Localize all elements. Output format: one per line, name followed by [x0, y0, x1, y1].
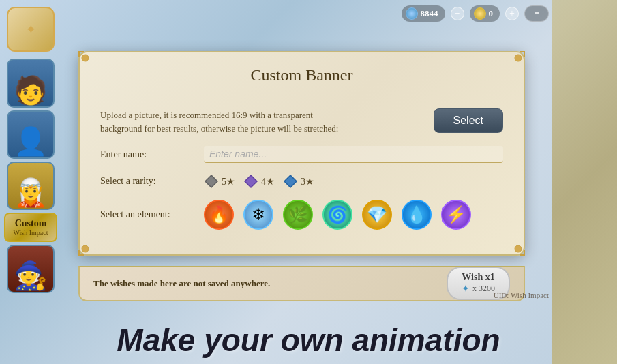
upload-row: Upload a picture, it is recommended 16:9… — [100, 108, 503, 135]
char1-silhouette: 🧑 — [8, 60, 53, 106]
sidebar-top-icon: ✦ — [7, 7, 55, 52]
char4-silhouette: 🧙 — [8, 246, 53, 292]
sidebar-item-char2[interactable]: 👤 — [7, 110, 55, 159]
svg-point-1 — [515, 55, 522, 61]
svg-point-0 — [82, 55, 89, 61]
name-input[interactable] — [204, 146, 503, 163]
rarity-5star[interactable]: 5★ — [204, 174, 235, 189]
more-button[interactable]: ··· — [524, 5, 549, 22]
name-label: Enter name: — [100, 149, 196, 160]
rarity-3star[interactable]: 3★ — [283, 174, 314, 189]
element-dendro[interactable]: 🌿 — [283, 200, 313, 230]
corner-tl — [77, 50, 93, 66]
corner-bl — [77, 241, 93, 257]
svg-marker-5 — [245, 175, 257, 187]
dialog-divider — [100, 97, 503, 97]
element-options: 🔥 ❄ 🌿 🌀 💎 💧 ⚡ — [204, 200, 471, 230]
wish-label: Wish x1 — [462, 272, 495, 283]
sidebar-item-char4[interactable]: 🧙 — [7, 245, 55, 293]
custom-banner-dialog: Custom Banner Upload a picture, it is re… — [78, 51, 525, 256]
dialog-bottom-bar: The wishes made here are not saved anywh… — [78, 266, 525, 301]
char3-silhouette: 🧝 — [8, 163, 53, 209]
element-pyro[interactable]: 🔥 — [204, 200, 234, 230]
rarity-label: Select a rarity: — [100, 176, 196, 187]
sidebar-item-char1[interactable]: 🧑 — [7, 59, 55, 107]
bottom-banner-text: Make your own animation — [0, 322, 617, 364]
name-row: Enter name: — [100, 146, 503, 163]
element-hydro[interactable]: 💧 — [402, 200, 432, 230]
element-electro[interactable]: ⚡ — [441, 200, 471, 230]
rarity-3star-label: 3★ — [301, 176, 314, 187]
svg-marker-6 — [284, 175, 297, 187]
bottom-notice: The wishes made here are not saved anywh… — [93, 278, 270, 289]
corner-tr — [510, 50, 526, 66]
add-primogem-button[interactable]: + — [451, 7, 464, 20]
custom-label: Custom — [12, 218, 49, 229]
dialog-title: Custom Banner — [100, 66, 503, 85]
genesis-icon — [474, 7, 486, 20]
rarity-row: Select a rarity: 5★ 4★ — [100, 174, 503, 189]
element-geo[interactable]: 💎 — [362, 200, 392, 230]
uid-text: UID: Wish Impact — [494, 291, 549, 299]
rarity-5star-label: 5★ — [222, 176, 235, 187]
element-row: Select an element: 🔥 ❄ 🌿 🌀 💎 💧 ⚡ — [100, 200, 503, 230]
wish-cost-icon: ✦ — [462, 283, 470, 294]
rarity-4star-label: 4★ — [261, 176, 275, 187]
rarity-4star[interactable]: 4★ — [243, 174, 275, 189]
element-anemo[interactable]: 🌀 — [322, 200, 352, 230]
upload-description: Upload a picture, it is recommended 16:9… — [100, 108, 425, 135]
svg-marker-4 — [205, 175, 217, 187]
select-button[interactable]: Select — [434, 108, 503, 133]
genesis-count: 0 — [489, 8, 494, 19]
dialog-content: Upload a picture, it is recommended 16:9… — [100, 108, 503, 230]
primogem-display: 8844 — [402, 5, 445, 22]
currency-bar: 8844 + 0 + ··· — [402, 5, 550, 22]
sidebar: ✦ 🧑 👤 🧝 Custom Wish Impact 🧙 — [0, 0, 61, 293]
add-genesis-button[interactable]: + — [505, 7, 519, 20]
primogem-count: 8844 — [421, 8, 438, 19]
star-icon: ✦ — [25, 21, 37, 37]
element-cryo[interactable]: ❄ — [243, 200, 273, 230]
wish-cost: ✦ x 3200 — [462, 283, 495, 294]
svg-point-2 — [82, 245, 89, 252]
char2-silhouette: 👤 — [8, 112, 53, 157]
primogem-icon — [406, 7, 418, 20]
svg-point-3 — [515, 245, 522, 252]
custom-sublabel: Wish Impact — [12, 229, 49, 237]
sidebar-item-char3[interactable]: 🧝 — [7, 162, 55, 210]
corner-br — [510, 241, 526, 257]
wish-cost-value: x 3200 — [472, 284, 495, 294]
element-label: Select an element: — [100, 209, 196, 220]
right-decoration — [552, 0, 617, 364]
custom-button[interactable]: Custom Wish Impact — [4, 213, 57, 242]
genesis-display: 0 — [470, 5, 500, 22]
upload-desc-text: Upload a picture, it is recommended 16:9… — [100, 110, 338, 134]
rarity-options: 5★ 4★ 3★ — [204, 174, 314, 189]
